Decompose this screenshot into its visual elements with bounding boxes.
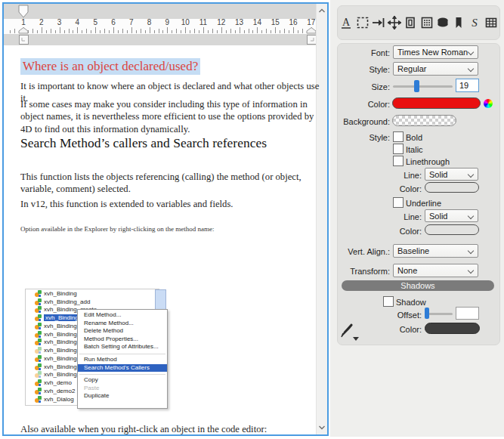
context-menu-item[interactable]: Rename Method... xyxy=(78,320,167,328)
doc-heading-2: Search Method’s callers and Search refer… xyxy=(20,135,267,151)
ruler-number: 10 xyxy=(181,18,190,26)
context-menu-item[interactable]: Delete Method xyxy=(78,327,167,335)
italic-checkbox[interactable] xyxy=(393,144,404,154)
shadow-checkbox-label: Shadow xyxy=(396,298,426,307)
ruler-number: 15 xyxy=(271,18,280,26)
context-menu-item[interactable]: Edit Method... xyxy=(78,311,167,320)
text-color-swatch[interactable] xyxy=(392,97,481,109)
database-icon[interactable] xyxy=(435,15,450,30)
context-menu-item[interactable]: Method Properties... xyxy=(78,335,167,344)
method-icon xyxy=(35,290,42,297)
offset-slider-thumb[interactable] xyxy=(425,308,429,319)
doc-paragraph-3: This function lists the objects referenc… xyxy=(20,171,320,196)
linethrough-color-swatch[interactable] xyxy=(425,182,479,193)
shadows-section-header[interactable]: Shadows xyxy=(342,280,494,291)
font-label: Font: xyxy=(337,48,390,57)
method-icon xyxy=(35,396,42,403)
left-indent-marker[interactable] xyxy=(19,35,29,45)
ruler-top-strip xyxy=(4,4,317,19)
char-underline-icon[interactable]: A xyxy=(339,15,354,30)
scroll-up-button[interactable] xyxy=(317,5,326,16)
ruler-number: 7 xyxy=(129,18,134,26)
italic-checkbox-label: Italic xyxy=(406,145,423,154)
ruler-number: 5 xyxy=(93,18,97,26)
bold-checkbox[interactable] xyxy=(393,131,404,142)
background-color-swatch[interactable] xyxy=(392,115,456,126)
document-editing-area[interactable]: 1234567891011121314151617 xyxy=(2,2,329,436)
svg-text:A: A xyxy=(342,17,351,28)
scroll-down-button[interactable] xyxy=(317,422,326,432)
context-menu-item[interactable]: Search Method's Callers xyxy=(78,364,167,373)
doc-footer-paragraph: Also available when you right-click an o… xyxy=(20,424,267,435)
underline-color-swatch[interactable] xyxy=(425,224,479,235)
size-input[interactable]: 19 xyxy=(456,79,479,92)
ruler-number: 16 xyxy=(289,18,297,26)
size-slider-track[interactable] xyxy=(393,85,453,88)
underline-line-select[interactable]: Solid xyxy=(425,209,478,222)
transform-select[interactable]: None xyxy=(393,264,478,277)
table-icon[interactable] xyxy=(484,15,499,30)
method-icon xyxy=(35,314,42,321)
linethrough-checkbox-label: Linethrough xyxy=(406,157,450,166)
chevron-up-icon xyxy=(318,8,326,14)
hanging-indent-marker[interactable] xyxy=(18,27,29,34)
doc-note: Option available in the Explorer by righ… xyxy=(20,225,214,233)
move-icon[interactable] xyxy=(387,15,402,30)
font-select[interactable]: Times New Roman xyxy=(393,45,478,59)
ruler-number: 12 xyxy=(217,18,225,26)
doc-paragraph-4: In v12, this function is extended to var… xyxy=(20,198,320,210)
shadow-color-swatch[interactable] xyxy=(425,323,480,334)
underline-line-label: Line: xyxy=(337,212,422,221)
method-list-item[interactable]: xvh_Binding_add xyxy=(26,298,159,306)
method-icon xyxy=(35,379,42,386)
linethrough-color-label: Color: xyxy=(337,184,422,193)
menu-separator xyxy=(79,351,165,354)
shadow-checkbox[interactable] xyxy=(383,296,394,307)
context-menu-item[interactable]: Duplicate xyxy=(78,392,167,400)
pen-tool-icon[interactable] xyxy=(339,322,356,339)
linethrough-line-select[interactable]: Solid xyxy=(425,168,478,181)
tab-stop-icon[interactable] xyxy=(371,15,386,30)
bold-checkbox-label: Bold xyxy=(406,133,422,142)
ruler-numbers: 1234567891011121314151617 xyxy=(4,18,317,27)
context-menu-item[interactable]: Copy xyxy=(78,376,167,385)
offset-input[interactable] xyxy=(456,307,479,320)
underline-checkbox-label: Underline xyxy=(406,199,441,208)
ruler-number: 1 xyxy=(21,18,26,26)
ruler-number: 14 xyxy=(253,18,261,26)
first-line-indent-marker[interactable] xyxy=(18,5,29,18)
offset-label: Offset: xyxy=(337,311,422,320)
ruler-number: 6 xyxy=(111,18,116,26)
context-menu-item[interactable]: Batch Setting of Attributes... xyxy=(78,343,167,351)
selection-icon[interactable] xyxy=(355,15,370,30)
linethrough-checkbox[interactable] xyxy=(393,156,404,166)
style-select[interactable]: Regular xyxy=(393,62,478,76)
right-indent-marker-arrow[interactable] xyxy=(306,27,317,34)
background-label: Background: xyxy=(337,117,390,126)
method-icon xyxy=(35,331,42,338)
chevron-down-icon xyxy=(318,425,326,430)
underline-checkbox[interactable] xyxy=(393,197,404,208)
linethrough-line-label: Line: xyxy=(337,171,422,180)
style-label: Style: xyxy=(337,65,390,74)
color-wheel-icon[interactable] xyxy=(484,99,493,108)
doc-heading-1: Where is an object declared/used? xyxy=(20,58,200,75)
ruler-number: 11 xyxy=(199,18,207,26)
method-list-item[interactable]: xvh_Binding xyxy=(26,289,159,298)
context-menu-item[interactable]: Run Method xyxy=(78,356,167,364)
menu-separator xyxy=(79,372,165,375)
context-menu-item[interactable]: Paste xyxy=(78,385,167,393)
vert-align-select[interactable]: Baseline xyxy=(393,244,478,258)
ruler-number: 4 xyxy=(76,18,80,26)
method-icon xyxy=(35,323,42,329)
bookmark-icon[interactable] xyxy=(451,15,466,30)
ruler-number: 9 xyxy=(165,18,170,26)
pen-tool-dropdown-caret[interactable] xyxy=(353,337,359,341)
size-slider-thumb[interactable] xyxy=(414,80,419,92)
color-label: Color: xyxy=(337,100,390,109)
frame-icon[interactable] xyxy=(403,15,418,30)
pattern-fill-icon[interactable] xyxy=(419,15,434,30)
document-vertical-scrollbar[interactable] xyxy=(316,4,327,434)
method-icon xyxy=(35,339,42,345)
style-s-icon[interactable]: S xyxy=(467,15,482,30)
